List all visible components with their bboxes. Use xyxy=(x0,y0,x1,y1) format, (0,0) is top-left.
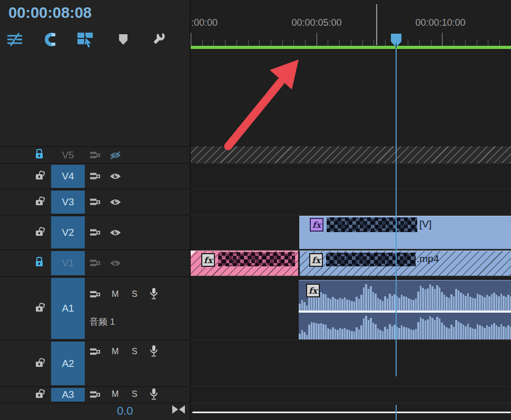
mute-button[interactable]: M xyxy=(112,289,119,299)
voiceover-mic-icon[interactable] xyxy=(150,388,158,401)
waveform-bar xyxy=(477,294,479,311)
track-label-a3[interactable]: A3 xyxy=(51,388,85,402)
lock-icon[interactable] xyxy=(36,362,43,367)
eye-icon[interactable] xyxy=(109,259,122,267)
lock-icon[interactable] xyxy=(36,231,43,236)
waveform-bar xyxy=(472,328,474,339)
lock-icon[interactable] xyxy=(36,306,43,312)
source-patch-icon[interactable] xyxy=(90,348,101,356)
waveform-bar xyxy=(496,325,498,339)
timeline-footer-head xyxy=(0,403,190,420)
waveform-bar xyxy=(503,326,505,340)
ruler-tick xyxy=(191,33,191,46)
source-patch-icon[interactable] xyxy=(90,259,101,267)
horizontal-scrollbar[interactable] xyxy=(192,412,511,413)
audio-gain-value[interactable]: 0.0 xyxy=(117,404,133,418)
waveform-bar xyxy=(401,295,403,311)
waveform-bar xyxy=(337,330,339,339)
video-clip-v2[interactable]: fx [V] xyxy=(299,216,511,249)
source-patch-icon[interactable] xyxy=(90,198,101,206)
eye-icon[interactable] xyxy=(109,172,122,181)
waveform-bar xyxy=(303,332,306,339)
eye-hidden-icon[interactable] xyxy=(109,151,122,160)
waveform-bar xyxy=(425,289,427,311)
collapse-horizontal-icon[interactable] xyxy=(172,404,185,415)
track-lane-a3 xyxy=(191,387,511,403)
waveform-bar xyxy=(322,294,325,311)
waveform-bar xyxy=(429,316,431,339)
solo-button[interactable]: S xyxy=(132,389,137,399)
waveform-bar xyxy=(363,287,365,311)
audio-clip-a1[interactable]: fx xyxy=(299,280,511,339)
lock-icon[interactable] xyxy=(36,153,43,158)
ruler-label-5s: 00:00:05:00 xyxy=(291,17,341,28)
waveform-bar xyxy=(434,320,436,339)
video-clip-v1-left[interactable]: fx xyxy=(191,251,298,276)
track-label-v1[interactable]: V1 xyxy=(51,251,85,275)
waveform-bar xyxy=(306,335,308,339)
source-patch-icon[interactable] xyxy=(90,291,101,298)
track-row-v2: V2 fx [V] xyxy=(0,215,511,250)
playhead-handle[interactable] xyxy=(390,33,402,51)
clip-name-suffix: .mp4 xyxy=(417,253,439,265)
solo-button[interactable]: S xyxy=(132,289,137,299)
eye-icon[interactable] xyxy=(109,228,122,237)
track-lane-v2: fx [V] xyxy=(191,215,511,250)
waveform-bar xyxy=(469,297,471,311)
track-row-a1: A1 M S 音频 1 fx xyxy=(0,277,511,341)
waveform-bar xyxy=(441,292,443,311)
track-label-v2[interactable]: V2 xyxy=(51,216,85,248)
waveform-bar xyxy=(427,288,429,311)
track-label-v5[interactable]: V5 xyxy=(51,149,85,161)
sequence-as-nest-icon[interactable] xyxy=(5,31,24,48)
waveform-bar xyxy=(391,296,394,311)
waveform-bar xyxy=(320,323,322,339)
lock-icon[interactable] xyxy=(36,200,43,205)
track-row-v3: V3 xyxy=(0,189,511,215)
lock-icon[interactable] xyxy=(36,393,43,398)
linked-selection-icon[interactable] xyxy=(76,31,95,48)
waveform-bar xyxy=(316,323,318,339)
waveform-bar xyxy=(322,324,325,339)
source-patch-icon[interactable] xyxy=(90,228,101,236)
eye-icon[interactable] xyxy=(109,198,122,206)
track-label-v3[interactable]: V3 xyxy=(51,191,85,214)
source-patch-icon[interactable] xyxy=(90,173,101,181)
waveform-bar xyxy=(467,324,469,339)
track-row-v4: V4 xyxy=(0,164,511,189)
timeline-settings-icon[interactable] xyxy=(149,31,168,48)
voiceover-mic-icon[interactable] xyxy=(150,345,158,358)
waveform-bar xyxy=(474,298,476,311)
waveform-bar xyxy=(344,297,346,311)
track-lane-a2 xyxy=(191,341,511,387)
waveform-bar xyxy=(420,317,422,339)
waveform-bar xyxy=(425,321,427,339)
waveform-bar xyxy=(384,296,386,311)
waveform-bar xyxy=(320,292,322,311)
source-patch-icon[interactable] xyxy=(90,151,101,159)
video-clip-v1-right[interactable]: fx .mp4 xyxy=(299,251,511,276)
waveform-bar xyxy=(477,324,479,339)
lock-icon[interactable] xyxy=(36,174,43,179)
voiceover-mic-icon[interactable] xyxy=(150,287,158,301)
ruler-ticks xyxy=(191,32,511,46)
mute-button[interactable]: M xyxy=(112,347,119,356)
waveform-bar xyxy=(410,299,412,311)
lock-icon[interactable] xyxy=(36,261,43,266)
track-label-a2[interactable]: A2 xyxy=(51,342,85,385)
track-label-v4[interactable]: V4 xyxy=(51,165,85,188)
add-marker-icon[interactable] xyxy=(114,31,133,48)
playhead-timecode[interactable]: 00:00:08:08 xyxy=(8,4,92,22)
track-label-a1[interactable]: A1 xyxy=(51,278,85,339)
snap-icon[interactable] xyxy=(40,31,59,48)
waveform-bar xyxy=(308,325,310,339)
source-patch-icon[interactable] xyxy=(90,391,101,399)
solo-button[interactable]: S xyxy=(132,347,137,356)
waveform-bar xyxy=(351,301,353,311)
waveform-bar xyxy=(479,325,481,339)
mute-button[interactable]: M xyxy=(112,389,119,399)
waveform-bar xyxy=(339,328,341,339)
censored-clip-name xyxy=(326,253,416,266)
waveform-bar xyxy=(377,328,379,339)
waveform-bar xyxy=(353,332,356,339)
